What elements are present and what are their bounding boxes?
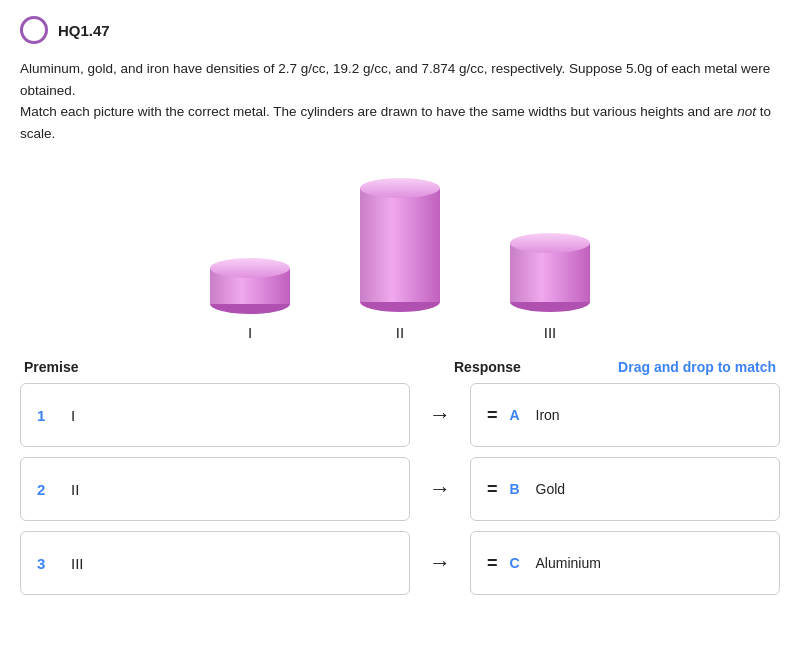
arrow-3: → <box>410 550 470 576</box>
svg-point-3 <box>210 258 290 278</box>
question-description: Aluminum, gold, and iron have densities … <box>20 58 780 144</box>
cylinder-1-svg <box>205 254 295 314</box>
question-header: HQ1.47 <box>20 16 780 44</box>
drag-drop-label: Drag and drop to match <box>618 359 776 375</box>
arrow-2: → <box>410 476 470 502</box>
cylinders-area: I II <box>20 164 780 351</box>
svg-rect-5 <box>360 188 440 302</box>
description-line2-start: Match each picture with the correct meta… <box>20 104 737 119</box>
match-row-1[interactable]: 1 I → = A Iron <box>20 383 780 447</box>
arrow-1: → <box>410 402 470 428</box>
match-row-3[interactable]: 3 III → = C Aluminium <box>20 531 780 595</box>
response-text-1: Iron <box>536 407 560 423</box>
premise-roman-3: III <box>71 555 84 572</box>
match-row-2[interactable]: 2 II → = B Gold <box>20 457 780 521</box>
premise-number-1: 1 <box>37 407 55 424</box>
svg-point-6 <box>360 178 440 198</box>
description-italic: not <box>737 104 756 119</box>
cylinder-3-label: III <box>544 324 557 341</box>
premise-roman-2: II <box>71 481 79 498</box>
response-letter-2: B <box>510 481 524 497</box>
equals-3: = <box>487 553 498 574</box>
matching-header: Premise Response Drag and drop to match <box>20 359 780 375</box>
premise-box-3[interactable]: 3 III <box>20 531 410 595</box>
svg-point-9 <box>510 233 590 253</box>
premise-number-2: 2 <box>37 481 55 498</box>
response-text-2: Gold <box>536 481 566 497</box>
response-box-1[interactable]: = A Iron <box>470 383 780 447</box>
cylinder-1: I <box>205 254 295 341</box>
cylinder-2: II <box>355 174 445 341</box>
response-letter-1: A <box>510 407 524 423</box>
question-id: HQ1.47 <box>58 22 110 39</box>
cylinder-2-label: II <box>396 324 404 341</box>
premise-roman-1: I <box>71 407 75 424</box>
equals-2: = <box>487 479 498 500</box>
description-line1: Aluminum, gold, and iron have densities … <box>20 61 770 98</box>
response-box-2[interactable]: = B Gold <box>470 457 780 521</box>
cylinder-1-label: I <box>248 324 252 341</box>
response-box-3[interactable]: = C Aluminium <box>470 531 780 595</box>
circle-icon <box>20 16 48 44</box>
cylinder-3: III <box>505 229 595 341</box>
cylinder-3-svg <box>505 229 595 314</box>
response-text-3: Aluminium <box>536 555 601 571</box>
premise-box-2[interactable]: 2 II <box>20 457 410 521</box>
response-letter-3: C <box>510 555 524 571</box>
premise-box-1[interactable]: 1 I <box>20 383 410 447</box>
cylinder-2-svg <box>355 174 445 314</box>
equals-1: = <box>487 405 498 426</box>
premise-number-3: 3 <box>37 555 55 572</box>
response-label: Response <box>454 359 618 375</box>
premise-label: Premise <box>24 359 454 375</box>
match-rows: 1 I → = A Iron 2 II → = B Gold 3 III → = <box>20 383 780 595</box>
